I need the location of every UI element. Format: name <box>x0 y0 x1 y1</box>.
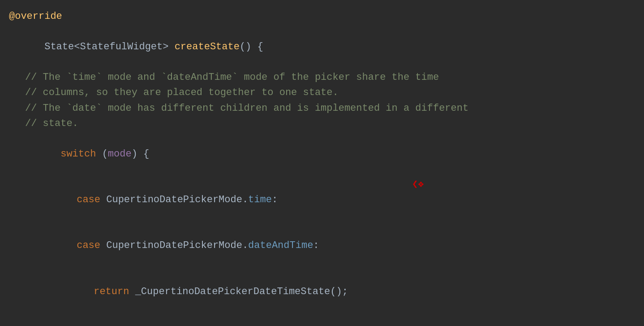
code-text: // columns, so they are placed together … <box>25 85 339 100</box>
line-override: @override <box>0 9 644 24</box>
line-case-time: case CupertinoDatePickerMode.time: ❮❖ <box>0 177 644 223</box>
code-text: State<StatefulWidget> createState() { <box>9 24 263 70</box>
code-text: // The `date` mode has different childre… <box>25 101 468 116</box>
code-editor: @override State<StatefulWidget> createSt… <box>0 4 644 326</box>
line-case-dateandtime: case CupertinoDatePickerMode.dateAndTime… <box>0 223 644 269</box>
code-text: switch (mode) { <box>25 131 149 177</box>
line-comment2: // columns, so they are placed together … <box>0 85 644 100</box>
line-comment3: // The `date` mode has different childre… <box>0 101 644 116</box>
line-case-date: case CupertinoDatePickerMode.date: <box>0 315 644 326</box>
code-text: case CupertinoDatePickerMode.date: <box>41 315 278 326</box>
code-text: // state. <box>25 116 78 131</box>
code-text: return _CupertinoDatePickerDateTimeState… <box>58 269 348 315</box>
line-comment4: // state. <box>0 116 644 131</box>
line-createstate: State<StatefulWidget> createState() { <box>0 24 644 70</box>
line-comment1: // The `time` mode and `dateAndTime` mod… <box>0 70 644 85</box>
code-text: case CupertinoDatePickerMode.dateAndTime… <box>41 223 319 269</box>
code-text: case CupertinoDatePickerMode.time: <box>41 177 278 223</box>
line-return-datetime: return _CupertinoDatePickerDateTimeState… <box>0 269 644 315</box>
code-text: @override <box>9 9 62 24</box>
line-switch: switch (mode) { <box>0 131 644 177</box>
code-text: // The `time` mode and `dateAndTime` mod… <box>25 70 439 85</box>
red-arrow-icon: ❮❖ <box>412 177 424 192</box>
